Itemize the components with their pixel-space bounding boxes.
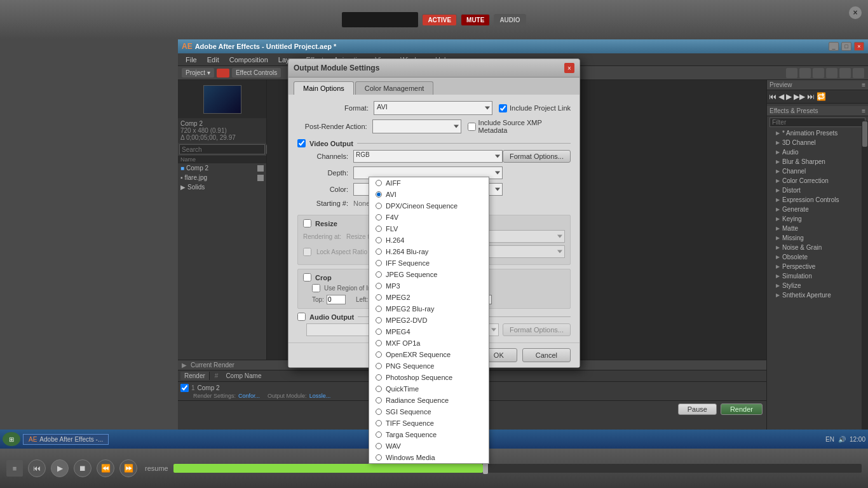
dropdown-item-aiff[interactable]: AIFF xyxy=(369,177,489,189)
dropdown-item-dpx[interactable]: DPX/Cineon Sequence xyxy=(369,200,489,212)
dropdown-item-jpeg[interactable]: JPEG Sequence xyxy=(369,269,489,280)
cancel-button[interactable]: Cancel xyxy=(522,348,571,362)
dropdown-item-quicktime[interactable]: QuickTime xyxy=(369,383,489,395)
lock-aspect-checkbox[interactable] xyxy=(303,248,311,256)
include-xmp-checkbox[interactable] xyxy=(468,123,476,131)
dropdown-label-dpx: DPX/Cineon Sequence xyxy=(386,202,458,210)
dropdown-label-avi: AVI xyxy=(386,191,397,198)
crop-label: Crop xyxy=(315,274,332,281)
radio-dpx xyxy=(376,203,382,209)
dropdown-item-mpeg2[interactable]: MPEG2 xyxy=(369,292,489,303)
dropdown-label-iff: IFF Sequence xyxy=(386,259,430,267)
use-region-checkbox[interactable] xyxy=(312,284,320,292)
radio-aiff xyxy=(376,180,382,186)
dropdown-label-radiance: Radiance Sequence xyxy=(386,396,449,404)
dropdown-item-mpeg4[interactable]: MPEG4 xyxy=(369,326,489,337)
dropdown-item-mpeg2-bluray[interactable]: MPEG2 Blu-ray xyxy=(369,303,489,315)
dropdown-item-mp3[interactable]: MP3 xyxy=(369,280,489,292)
radio-quicktime xyxy=(376,386,382,392)
radio-windows-media xyxy=(376,454,382,461)
format-options-area: Format Options... xyxy=(503,150,571,163)
audio-output-label: Audio Output xyxy=(309,313,354,321)
dropdown-item-iff[interactable]: IFF Sequence xyxy=(369,257,489,269)
radio-jpeg xyxy=(376,271,382,278)
dropdown-label-windows-media: Windows Media xyxy=(386,454,435,461)
resize-label: Resize xyxy=(315,220,337,227)
tab-main-options[interactable]: Main Options xyxy=(294,81,354,95)
radio-openexr xyxy=(376,351,382,358)
section-divider-1 xyxy=(357,143,571,144)
radio-mpeg2-bluray xyxy=(376,306,382,312)
dropdown-item-wav[interactable]: WAV xyxy=(369,440,489,452)
dropdown-item-mpeg2-dvd[interactable]: MPEG2-DVD xyxy=(369,315,489,326)
top-close-button[interactable]: × xyxy=(849,6,862,19)
active-button[interactable]: ACTIVE xyxy=(422,14,457,26)
audio-format-options-button[interactable]: Format Options... xyxy=(503,323,571,336)
dropdown-item-avi[interactable]: AVI xyxy=(369,189,489,200)
dropdown-item-h264[interactable]: H.264 xyxy=(369,234,489,246)
crop-top: Top: xyxy=(312,295,346,304)
channels-row: Channels: RGB xyxy=(302,150,503,163)
audio-output-checkbox[interactable] xyxy=(297,313,306,321)
dropdown-label-jpeg: JPEG Sequence xyxy=(386,271,437,278)
radio-mpeg2-dvd xyxy=(376,317,382,323)
resize-checkbox[interactable] xyxy=(303,219,311,227)
video-output-checkbox[interactable] xyxy=(297,139,306,147)
dropdown-label-mpeg4: MPEG4 xyxy=(386,328,410,336)
dropdown-item-h264-bluray[interactable]: H.264 Blu-ray xyxy=(369,246,489,257)
dropdown-item-radiance[interactable]: Radiance Sequence xyxy=(369,395,489,406)
dropdown-label-h264-bluray: H.264 Blu-ray xyxy=(386,248,428,255)
mute-button[interactable]: MUTE xyxy=(461,14,490,26)
dropdown-item-mxf[interactable]: MXF OP1a xyxy=(369,337,489,349)
dropdown-label-mp3: MP3 xyxy=(386,282,400,290)
dropdown-item-openexr[interactable]: OpenEXR Sequence xyxy=(369,349,489,360)
format-row: Format: AVI Include Project Link xyxy=(297,101,571,115)
dropdown-item-tiff[interactable]: TIFF Sequence xyxy=(369,417,489,429)
radio-mpeg4 xyxy=(376,329,382,335)
crop-checkbox[interactable] xyxy=(303,273,311,281)
dropdown-label-wav: WAV xyxy=(386,442,401,450)
top-display xyxy=(342,12,418,27)
post-render-select[interactable] xyxy=(372,119,461,133)
dropdown-item-f4v[interactable]: F4V xyxy=(369,212,489,223)
dropdown-label-tiff: TIFF Sequence xyxy=(386,419,434,427)
include-project-link-label: Include Project Link xyxy=(510,104,571,112)
video-output-label: Video Output xyxy=(309,140,353,147)
dropdown-label-photoshop: Photoshop Sequence xyxy=(386,374,452,381)
radio-mxf xyxy=(376,340,382,346)
dialog-tabs: Main Options Color Management xyxy=(288,78,580,95)
dropdown-item-flv[interactable]: FLV xyxy=(369,223,489,234)
radio-sgi xyxy=(376,409,382,415)
radio-h264 xyxy=(376,237,382,243)
dialog-close-button[interactable]: × xyxy=(564,63,574,73)
include-project-link-checkbox[interactable] xyxy=(499,104,507,112)
dropdown-item-photoshop[interactable]: Photoshop Sequence xyxy=(369,372,489,383)
dropdown-item-targa[interactable]: Targa Sequence xyxy=(369,429,489,440)
top-bar-controls: ACTIVE MUTE AUDIO xyxy=(342,12,526,27)
radio-avi xyxy=(376,191,382,198)
radio-h264-bluray xyxy=(376,248,382,255)
radio-radiance xyxy=(376,397,382,403)
top-input[interactable] xyxy=(327,295,346,304)
radio-f4v xyxy=(376,214,382,220)
channels-select[interactable]: RGB xyxy=(353,150,503,163)
audio-button[interactable]: AUDIO xyxy=(494,14,526,26)
format-label: Format: xyxy=(297,104,374,112)
dropdown-label-f4v: F4V xyxy=(386,214,398,221)
none-text: None xyxy=(353,200,370,207)
dropdown-label-mpeg2-dvd: MPEG2-DVD xyxy=(386,316,427,324)
format-select[interactable]: AVI xyxy=(374,101,492,115)
tab-color-management[interactable]: Color Management xyxy=(355,81,434,95)
radio-photoshop xyxy=(376,374,382,381)
dropdown-item-sgi[interactable]: SGI Sequence xyxy=(369,406,489,417)
color-label: Color: xyxy=(302,186,353,193)
format-options-button[interactable]: Format Options... xyxy=(503,150,571,163)
radio-png xyxy=(376,363,382,369)
dropdown-label-mpeg2: MPEG2 xyxy=(386,294,410,301)
dropdown-item-png[interactable]: PNG Sequence xyxy=(369,360,489,372)
dropdown-label-targa: Targa Sequence xyxy=(386,431,437,438)
dropdown-label-flv: FLV xyxy=(386,225,398,233)
dropdown-item-windows-media[interactable]: Windows Media xyxy=(369,452,489,463)
dropdown-label-mpeg2-bluray: MPEG2 Blu-ray xyxy=(386,305,434,313)
dropdown-label-openexr: OpenEXR Sequence xyxy=(386,351,451,358)
